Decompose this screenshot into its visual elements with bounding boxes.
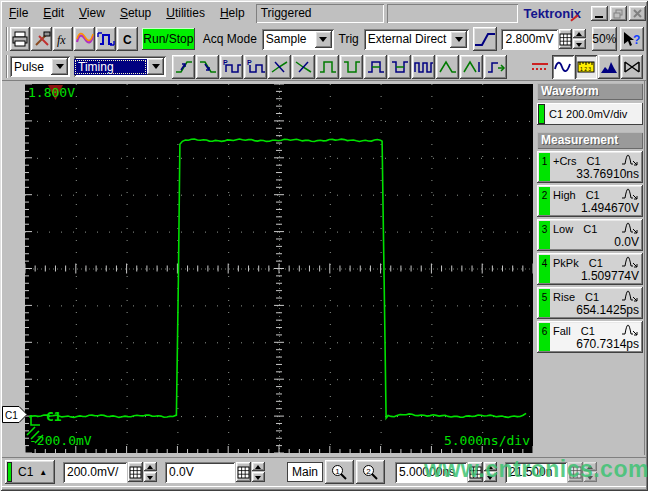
scope-display[interactable]: 1.800V C1 -200.0mV 5.000ns/div xyxy=(25,84,533,453)
vertical-offset-field[interactable]: 0.0V xyxy=(165,462,235,483)
colored-waveform-icon xyxy=(76,31,94,47)
svg-text:C: C xyxy=(123,33,132,47)
measurement-row-high[interactable]: 2 High C1 1.494670V xyxy=(537,185,643,217)
spin-down-icon[interactable] xyxy=(252,472,265,482)
measure-peak-to-peak-button[interactable] xyxy=(460,55,483,79)
chevron-down-icon[interactable] xyxy=(51,58,68,75)
spin-up-icon[interactable] xyxy=(252,462,265,472)
measure-delay-button[interactable] xyxy=(484,55,507,79)
close-button[interactable] xyxy=(629,6,646,21)
minimize-button[interactable] xyxy=(591,6,608,21)
measure-negative-duty-button[interactable] xyxy=(388,55,411,79)
measurement-view-button[interactable]: 1 2 3 xyxy=(575,55,597,79)
display-bottom-voltage: -200.0mV xyxy=(29,433,92,448)
waveform-view-button[interactable] xyxy=(552,55,574,79)
mag1-zoom-button[interactable]: 1 xyxy=(325,460,354,484)
measurement-toolbar: Pulse Timing P P 1 2 3 xyxy=(2,53,646,81)
close-icon xyxy=(633,9,643,19)
measure-negative-width-button[interactable]: P xyxy=(244,55,267,79)
trig-source-select[interactable]: External Direct xyxy=(364,29,470,50)
measure-category-select[interactable]: Pulse xyxy=(10,56,70,77)
horizontal-position-field[interactable]: 21.500n xyxy=(505,462,567,483)
menu-setup[interactable]: Setup xyxy=(113,2,159,25)
menu-edit[interactable]: Edit xyxy=(36,2,72,25)
autoset-pulse-button[interactable] xyxy=(96,27,116,51)
acq-mode-select[interactable]: Sample xyxy=(262,29,334,50)
timebase-mode-indicator[interactable]: Main xyxy=(287,462,323,482)
measurement-row-low[interactable]: 3 Low C1 0.0V xyxy=(537,219,643,251)
trigger-slope-button[interactable] xyxy=(473,27,497,51)
spin-down-icon[interactable] xyxy=(484,472,497,482)
restore-button[interactable] xyxy=(610,6,627,21)
title-menu-bar: File Edit View Setup Utilities Help Trig… xyxy=(2,2,646,25)
channel-scale-button[interactable]: C1 200.0mV/div xyxy=(537,103,643,125)
spin-down-icon[interactable] xyxy=(573,39,586,49)
acq-mode-value: Sample xyxy=(262,31,315,47)
measurement-row-pkpk[interactable]: 4 PkPk C1 1.509774V xyxy=(537,253,643,285)
vertical-scale-stepper[interactable] xyxy=(144,462,157,483)
measure-negative-crossing-button[interactable] xyxy=(292,55,315,79)
measure-subcategory-select[interactable]: Timing xyxy=(74,56,166,77)
measurement-name: Fall xyxy=(553,325,571,337)
chevron-down-icon[interactable] xyxy=(450,31,467,48)
menu-view[interactable]: View xyxy=(72,2,113,25)
readout-panel: Waveform C1 200.0mV/div Measurement 1 +C… xyxy=(537,81,645,455)
measurement-row-rise[interactable]: 5 Rise C1 654.1425ps xyxy=(537,287,643,319)
measurement-row-crs[interactable]: 1 +Crs C1 33.76910ns xyxy=(537,151,643,183)
run-stop-button[interactable]: Run/Stop xyxy=(142,28,195,50)
keypad-icon[interactable] xyxy=(128,462,143,482)
chevron-down-icon[interactable] xyxy=(315,31,332,48)
display-top-voltage: 1.800V xyxy=(28,85,75,100)
vertical-scale-field[interactable]: 200.0mV/ xyxy=(63,462,127,483)
measurement-number: 3 xyxy=(539,221,550,249)
histogram-view-button[interactable] xyxy=(598,55,620,79)
keypad-icon[interactable] xyxy=(559,29,572,49)
spin-down-icon[interactable] xyxy=(144,472,157,482)
vertical-offset-stepper[interactable] xyxy=(252,462,265,483)
horizontal-scale-field[interactable]: 5.00000ns xyxy=(395,462,467,483)
print-button[interactable] xyxy=(10,27,30,51)
keypad-icon xyxy=(568,462,583,482)
clear-data-button[interactable]: C xyxy=(117,27,137,51)
measurement-name: PkPk xyxy=(553,257,579,269)
measure-positive-crossing-button[interactable] xyxy=(268,55,291,79)
measure-frequency-button[interactable] xyxy=(412,55,435,79)
waveform-trace xyxy=(29,139,526,418)
mask-eye-icon xyxy=(623,59,641,75)
measure-positive-duty-button[interactable] xyxy=(364,55,387,79)
mask-view-button[interactable] xyxy=(621,55,643,79)
spin-up-icon[interactable] xyxy=(144,462,157,472)
define-math-button[interactable]: fx xyxy=(53,27,73,51)
measure-positive-width-button[interactable]: P xyxy=(220,55,243,79)
negative-crossing-icon xyxy=(294,59,314,75)
channel-select-label: C1 xyxy=(14,465,37,479)
waveform-colors-button[interactable] xyxy=(74,27,94,51)
cursors-toggle-button[interactable] xyxy=(529,55,551,79)
menu-help[interactable]: Help xyxy=(213,2,253,25)
menu-file[interactable]: File xyxy=(2,2,36,25)
trigger-level-field[interactable]: 2.800mV xyxy=(501,29,557,50)
channel-select-button[interactable]: C1 ▲ xyxy=(5,460,55,484)
menu-utilities[interactable]: Utilities xyxy=(159,2,213,25)
keypad-icon[interactable] xyxy=(236,462,251,482)
channel-marker[interactable]: C1 xyxy=(2,406,28,423)
spin-up-icon[interactable] xyxy=(573,29,586,39)
measurement-row-fall[interactable]: 6 Fall C1 670.7314ps xyxy=(537,321,643,353)
measurement-value: 670.7314ps xyxy=(553,337,639,351)
chevron-down-icon[interactable] xyxy=(147,58,164,75)
measure-rise-time-button[interactable] xyxy=(172,55,195,79)
trigger-level-stepper[interactable] xyxy=(573,29,586,50)
spin-up-icon[interactable] xyxy=(484,462,497,472)
setup-tools-button[interactable] xyxy=(31,27,51,51)
mag2-zoom-button[interactable]: 2 xyxy=(356,460,385,484)
keypad-icon[interactable] xyxy=(468,462,483,482)
ruler-icon: 1 2 3 xyxy=(577,59,595,75)
measure-amplitude-button[interactable] xyxy=(436,55,459,79)
horizontal-scale-stepper[interactable] xyxy=(484,462,497,483)
measure-negative-pulse-button[interactable] xyxy=(340,55,363,79)
display-timebase-label: 5.000ns/div xyxy=(444,433,530,448)
measure-fall-time-button[interactable] xyxy=(196,55,219,79)
set-level-50-button[interactable]: 50% xyxy=(592,27,618,51)
context-help-button[interactable]: ? xyxy=(620,27,644,51)
measure-positive-pulse-button[interactable] xyxy=(316,55,339,79)
